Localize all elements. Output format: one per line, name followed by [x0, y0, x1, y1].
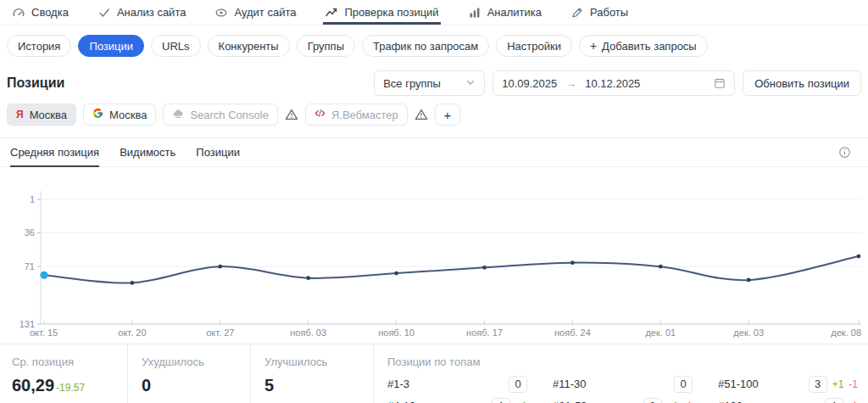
engine-google-moscow[interactable]: Москва — [83, 104, 156, 126]
date-range-picker[interactable]: 10.09.2025 → 10.12.2025 — [492, 70, 735, 96]
stat-tops: Позиции по топам #1-3 0 #4-10 1+1 #11-30… — [373, 344, 868, 403]
top-range-11-30: #11-30 0 — [553, 375, 693, 393]
nav-item-label: Аудит сайта — [234, 6, 296, 19]
nav-item-label: Сводка — [31, 6, 69, 19]
nav-item-analiz-saita[interactable]: Анализ сайта — [97, 0, 186, 25]
svg-text:нояб. 17: нояб. 17 — [466, 327, 503, 338]
top-value: 1 — [492, 398, 510, 403]
nav-item-analitika[interactable]: Аналитика — [468, 0, 542, 25]
subnav-konkurenty[interactable]: Конкуренты — [208, 35, 290, 57]
top-range-1-3: #1-3 0 — [387, 375, 527, 393]
stat-label: Улучшилось — [264, 355, 359, 368]
engine-yandex-moscow[interactable]: Я Москва — [7, 104, 76, 126]
top-delta-down: -1 — [849, 400, 858, 403]
update-positions-button[interactable]: Обновить позиции — [743, 70, 861, 96]
stat-label: Позиции по топам — [387, 355, 858, 368]
top-delta-up: +1 — [832, 378, 844, 390]
subnav-trafik[interactable]: Трафик по запросам — [362, 35, 489, 57]
top-range-4-10: #4-10 1+1 — [387, 397, 527, 403]
average-position-chart: 13671131окт. 15окт. 20окт. 27нояб. 03ноя… — [0, 167, 868, 344]
engine-ya-webmaster[interactable]: Я.Вебмастер — [305, 104, 408, 126]
plus-icon: + — [443, 108, 451, 122]
nav-item-proverka-pozitsiy[interactable]: Проверка позиций — [325, 0, 438, 25]
subnav-istoriya[interactable]: История — [7, 35, 71, 57]
yandex-icon: Я — [16, 109, 24, 120]
group-select-value: Все группы — [383, 77, 441, 90]
google-icon — [92, 108, 103, 121]
svg-text:36: 36 — [25, 227, 35, 238]
date-to: 10.12.2025 — [585, 77, 640, 90]
top-value: 1 — [825, 398, 843, 403]
gauge-icon — [12, 6, 25, 20]
nav-item-label: Работы — [590, 6, 628, 19]
stat-label: Ср. позиция — [12, 355, 114, 368]
warning-icon[interactable] — [415, 108, 428, 121]
subnav-gruppy[interactable]: Группы — [297, 35, 355, 57]
top-range-51-100: #51-100 3+1-1 — [718, 375, 858, 393]
main-nav: Сводка Анализ сайта Аудит сайта Проверка… — [0, 0, 868, 25]
webmaster-icon — [314, 108, 326, 121]
svg-text:дек. 01: дек. 01 — [645, 327, 676, 338]
top-range-31-50: #31-50 2+1-1 — [553, 397, 693, 403]
eye-icon — [214, 6, 228, 20]
calendar-icon — [714, 77, 726, 89]
top-value: 2 — [643, 398, 662, 403]
positions-card: Средняя позиция Видимость Позиции 136711… — [0, 137, 868, 403]
page-header: Позиции Все группы 10.09.2025 → 10.12.20… — [7, 70, 861, 97]
nav-item-svodka[interactable]: Сводка — [12, 0, 69, 25]
top-delta-up: +1 — [667, 400, 679, 403]
tab-visibility[interactable]: Видимость — [120, 138, 175, 166]
top-delta-up: +1 — [515, 400, 527, 403]
subnav-nastroiki[interactable]: Настройки — [496, 35, 572, 57]
nav-item-label: Анализ сайта — [117, 6, 186, 19]
tab-average-position[interactable]: Средняя позиция — [10, 138, 99, 166]
stat-label: Ухудшилось — [142, 355, 236, 368]
chart-tabs: Средняя позиция Видимость Позиции — [0, 138, 868, 167]
nav-item-audit-saita[interactable]: Аудит сайта — [214, 0, 296, 25]
svg-text:71: 71 — [25, 261, 35, 271]
svg-text:нояб. 03: нояб. 03 — [290, 327, 326, 338]
stat-value: 5 — [264, 376, 359, 395]
tops-grid: #1-3 0 #4-10 1+1 #11-30 0 #31-50 2+1-1 #… — [387, 375, 858, 403]
svg-text:дек. 03: дек. 03 — [733, 327, 764, 338]
info-icon[interactable] — [838, 146, 851, 159]
add-search-engine-button[interactable]: + — [435, 104, 460, 126]
section-nav: История Позиции URLs Конкуренты Группы Т… — [0, 25, 868, 64]
stat-average-position: Ср. позиция 60,29-19.57 — [0, 344, 127, 403]
add-queries-button[interactable]: + Добавить запросы — [579, 35, 708, 57]
stats-bar: Ср. позиция 60,29-19.57 Ухудшилось 0 Улу… — [0, 344, 868, 403]
engine-search-console[interactable]: Search Console — [163, 104, 278, 126]
stat-improved: Улучшилось 5 — [250, 344, 373, 403]
svg-text:окт. 27: окт. 27 — [206, 327, 234, 338]
arrow-right-icon: → — [565, 77, 576, 90]
warning-icon[interactable] — [285, 108, 298, 121]
pen-icon — [570, 6, 584, 20]
stat-delta: -19.57 — [56, 382, 85, 394]
check-icon — [97, 6, 111, 20]
subnav-pozitsii[interactable]: Позиции — [78, 35, 144, 57]
svg-text:дек. 08: дек. 08 — [831, 327, 861, 338]
group-select[interactable]: Все группы — [374, 70, 485, 96]
svg-text:окт. 15: окт. 15 — [30, 327, 58, 338]
nav-item-raboty[interactable]: Работы — [570, 0, 628, 25]
stat-value: 0 — [142, 376, 236, 395]
svg-text:окт. 20: окт. 20 — [118, 327, 146, 338]
svg-text:нояб. 24: нояб. 24 — [554, 327, 591, 338]
line-chart-icon — [325, 6, 338, 20]
top-delta-down: -1 — [849, 378, 858, 390]
top-range-100plus: #100+ 1-1 — [718, 397, 858, 403]
svg-text:нояб. 10: нояб. 10 — [378, 327, 415, 338]
search-console-icon — [172, 108, 184, 122]
svg-text:1: 1 — [30, 194, 35, 204]
stat-worsened: Ухудшилось 0 — [127, 344, 250, 403]
top-value: 0 — [509, 376, 527, 393]
page-title: Позиции — [7, 76, 64, 91]
date-from: 10.09.2025 — [502, 77, 557, 90]
top-value: 0 — [674, 376, 693, 393]
subnav-urls[interactable]: URLs — [151, 35, 201, 57]
chevron-down-icon — [465, 77, 476, 90]
filter-controls: Все группы 10.09.2025 → 10.12.2025 Обнов… — [374, 70, 861, 96]
tab-positions[interactable]: Позиции — [196, 138, 240, 166]
top-value: 3 — [809, 376, 827, 393]
plus-icon: + — [590, 39, 597, 53]
